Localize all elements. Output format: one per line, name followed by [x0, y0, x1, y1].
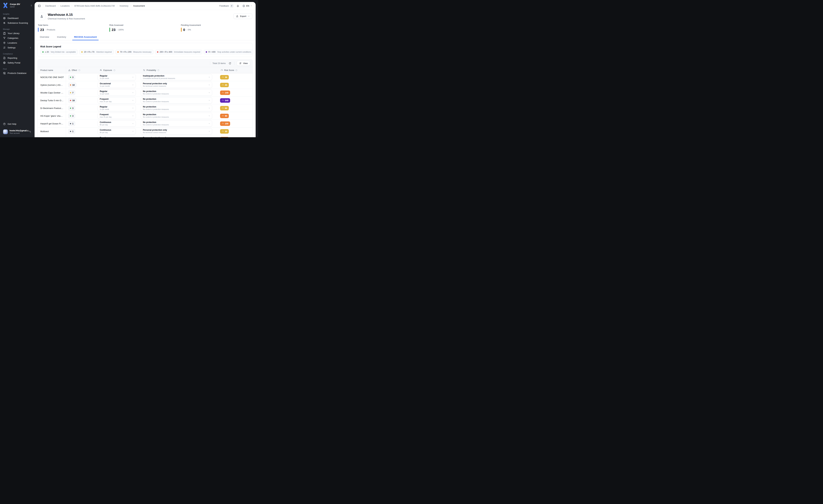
breadcrumb-item-inventory[interactable]: Inventory	[120, 5, 128, 7]
view-button[interactable]: View	[237, 61, 250, 66]
effect-value-pill: 3	[68, 106, 75, 111]
effect-value-pill: 3	[68, 114, 75, 118]
probability-select[interactable]: No protection No control or protection m…	[141, 105, 212, 112]
legend-dot-icon	[157, 51, 158, 53]
sidebar-item-locations[interactable]: Locations	[2, 40, 33, 45]
sidebar-item-reporting[interactable]: Reporting	[2, 56, 33, 60]
stat-pending-assessment: Pending Assessment 0 - 0%	[181, 24, 252, 32]
risk-score-badge: 45	[220, 83, 229, 87]
risk-score-badge: 36	[220, 75, 229, 79]
main-content: DashboardLocationsB76011eb-9a2a-44d5-Bdf…	[34, 2, 256, 137]
effect-dot-icon	[70, 115, 71, 117]
sidebar-section: Compliance Reporting Safety Portal	[2, 53, 33, 65]
sidebar-item-substance-scanning[interactable]: Substance Scanning	[2, 21, 33, 25]
tab-bar: OverviewInventoryRECESS Assessment	[34, 34, 256, 40]
probability-select[interactable]: No protection No control or protection m…	[141, 113, 212, 119]
exposure-select[interactable]: Continuous 8h per day	[98, 121, 136, 127]
gauge-icon	[220, 69, 223, 71]
legend-range: 200 < R ≤ 400:	[160, 51, 173, 53]
stat-suffix: - 100%	[117, 28, 124, 31]
probability-select[interactable]: Personal protection only No technical co…	[141, 136, 212, 137]
probability-select[interactable]: Personal protection only No technical co…	[141, 128, 212, 135]
legend-dot-icon	[206, 51, 207, 53]
stat-risk-assessed: Risk Assessed 23 - 100%	[109, 24, 181, 32]
exposure-select[interactable]: Frequent max 2h per day	[98, 113, 136, 119]
avatar	[3, 129, 8, 134]
exposure-select[interactable]: Regular 1x per week	[98, 74, 136, 80]
gauge-icon	[222, 130, 224, 133]
bell-icon[interactable]	[236, 4, 239, 7]
chevron-right-icon	[29, 46, 32, 49]
exposure-select[interactable]: Continuous 8h per day	[98, 128, 136, 135]
legend-chip: 70 < R ≤ 200: Measures necessary	[115, 50, 153, 54]
chevron-down-icon	[208, 123, 210, 125]
probability-select[interactable]: Inadequate protection Unsuitable technic…	[141, 74, 212, 80]
sidebar-item-your-library[interactable]: Your Library	[2, 31, 33, 36]
probability-select[interactable]: Personal protection only No technical co…	[141, 82, 212, 88]
risk-score-badge: 100	[220, 122, 230, 126]
sidebar-toggle-icon[interactable]	[38, 4, 41, 7]
breadcrumb-item-locations[interactable]: Locations	[60, 5, 70, 7]
help-circle-icon[interactable]	[78, 69, 80, 71]
sidebar-item-safety-portal[interactable]: Safety Portal	[2, 60, 33, 65]
chevron-down-icon	[208, 130, 210, 133]
chevron-down-icon	[132, 76, 134, 78]
legend-chip: R > 400: Stop activities under current c…	[204, 50, 253, 54]
exposure-select[interactable]: Regular 1x per week	[98, 136, 136, 137]
map-pin-icon	[3, 41, 6, 44]
org-switcher[interactable]: Corpo BV owner	[0, 0, 34, 10]
get-help-label: Get Help	[8, 123, 16, 125]
exposure-select[interactable]: Regular 1x per week	[98, 105, 136, 112]
tab-inventory[interactable]: Inventory	[57, 34, 66, 40]
chevron-down-icon	[208, 76, 210, 78]
language-selector[interactable]: EN	[242, 4, 252, 7]
product-name-cell: NOCOLYSE ONE SHOT	[38, 73, 66, 81]
sidebar-item-categories[interactable]: Categories	[2, 36, 33, 40]
sidebar-section-label: Compliance	[2, 53, 33, 56]
probability-select[interactable]: No protection No control or protection m…	[141, 97, 212, 104]
sidebar-item-settings[interactable]: Settings	[2, 45, 33, 50]
get-help-button[interactable]: Get Help	[2, 122, 33, 126]
exposure-select[interactable]: Occasional 1x per month	[98, 82, 136, 88]
probability-select[interactable]: No protection No control or protection m…	[141, 90, 212, 96]
refresh-icon[interactable]	[228, 62, 231, 65]
table-row: Harpic® gel Ocean Fresh- 1 Continuous 8h…	[38, 120, 253, 128]
table-row: Dr Beckmann Poetssteen 3 Regular 1x per …	[38, 104, 253, 112]
percent-icon	[143, 69, 145, 71]
exposure-select[interactable]: Frequent max 2h per day	[98, 97, 136, 104]
effect-dot-icon	[70, 131, 71, 132]
gauge-icon	[222, 92, 224, 94]
sliders-icon	[239, 62, 241, 64]
table-row: HG Koper 'glans' shampoo 3 Frequent max …	[38, 112, 253, 120]
org-name: Corpo BV	[10, 3, 20, 6]
stat-label: Total Items	[38, 24, 109, 26]
help-circle-icon[interactable]	[235, 69, 237, 71]
exposure-select[interactable]: Regular 1x per week	[98, 90, 136, 96]
legend-description: Attention required	[96, 51, 112, 53]
stat-color-bar	[109, 28, 110, 32]
sidebar-item-products-database[interactable]: Products Database	[2, 71, 33, 75]
chevron-down-icon	[132, 92, 134, 94]
help-circle-icon[interactable]	[113, 69, 116, 71]
tab-recess-assessment[interactable]: RECESS Assessment	[74, 34, 97, 40]
divider	[234, 61, 234, 65]
risk-score-badge: 30	[220, 129, 229, 134]
sidebar-item-dashboard[interactable]: Dashboard	[2, 16, 33, 21]
stat-total-items: Total Items 23 - Products	[38, 24, 109, 32]
account-subtitle: Your account	[10, 132, 27, 134]
tab-overview[interactable]: Overview	[39, 34, 49, 40]
probability-select[interactable]: No protection No control or protection m…	[141, 121, 212, 127]
export-button[interactable]: Export	[233, 13, 252, 19]
breadcrumb-item-b76011eb-9a2a-44d5-bdfb-2c28a1[interactable]: B76011eb-9a2a-44d5-Bdfb-2c28a1d11730	[74, 5, 115, 7]
feedback-button[interactable]: Feedback F	[219, 4, 233, 8]
table-body: NOCOLYSE ONE SHOT 3 Regular 1x per week …	[38, 73, 253, 137]
account-switcher[interactable]: hoste.fritz@gmail.c... Your account	[2, 128, 33, 135]
stat-value: 0	[183, 28, 185, 32]
warning-triangle-icon	[68, 69, 70, 71]
legend-dot-icon	[117, 51, 119, 53]
breadcrumb-item-dashboard[interactable]: Dashboard	[45, 5, 56, 7]
topbar: DashboardLocationsB76011eb-9a2a-44d5-Bdf…	[34, 2, 256, 10]
help-circle-icon[interactable]	[157, 69, 160, 71]
stats-row: Total Items 23 - Products Risk Assessed …	[34, 20, 256, 32]
legend-title: Risk Score Legend	[40, 45, 250, 48]
